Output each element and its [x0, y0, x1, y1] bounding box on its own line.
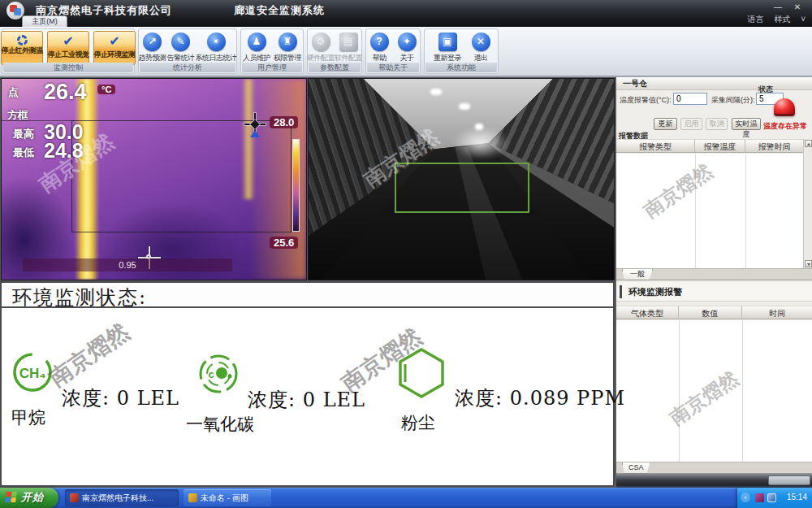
env-status-panel: 环境监测状态: CH₄ 甲烷 浓度: 0 LEL c 一氧化碳 浓度: 0 LE… — [0, 281, 615, 487]
paint-task-icon — [188, 493, 197, 502]
gas-reading: 浓度: 0.089 PPM — [455, 385, 625, 411]
thermal-point-label: 点 — [8, 85, 19, 100]
group-label-help-about: 帮助关于 — [367, 63, 419, 72]
tray-icon-1[interactable] — [755, 493, 764, 502]
trend-forecast-button[interactable]: ↗ 趋势预测 — [139, 31, 166, 63]
group-label-system-functions: 系统功能 — [425, 63, 497, 72]
close-button[interactable]: ✕ — [791, 2, 804, 12]
gear-icon: ⚙ — [312, 33, 330, 51]
ribbon-group-user-management: ♟ 人员维护 ♜ 权限管理 用户管理 — [240, 28, 304, 74]
about-button[interactable]: ✦ 关于 — [395, 31, 419, 63]
style-menu[interactable]: 样式 — [774, 15, 790, 24]
taskbar-task-paint[interactable]: 未命名 - 画图 — [184, 489, 271, 506]
thermal-camera-view[interactable]: 点 26.4 °C 方框 最高 30.0 最低 24.8 28.0 25.6 0… — [1, 78, 307, 280]
temp-alarm-label: 温度报警值(°C): — [620, 95, 672, 106]
alarm-statistics-button[interactable]: ✎ 告警统计 — [167, 31, 195, 63]
alarm-status-text: 温度存在异常 — [763, 121, 807, 132]
system-tray: ‹ 15:14 — [737, 488, 812, 508]
thermal-point-value: 26.4 — [44, 80, 87, 105]
watermark: 南京熠然 — [665, 365, 744, 431]
tray-icon-2[interactable] — [767, 493, 776, 502]
stop-infrared-button[interactable]: 停止红外测温 — [1, 31, 43, 65]
permission-manage-button[interactable]: ♜ 权限管理 — [272, 31, 303, 63]
tab-general[interactable]: 一般 — [622, 269, 653, 280]
exit-button[interactable]: ✕ 退出 — [469, 31, 493, 63]
env-status-title: 环境监测状态: — [12, 284, 147, 310]
windows-logo-icon — [5, 492, 18, 503]
infrared-ring-icon — [17, 35, 28, 46]
realtime-temp-button[interactable]: 实时温度 — [732, 118, 761, 130]
gas-reading: 浓度: 0 LEL — [62, 385, 179, 411]
personnel-maintain-button[interactable]: ♟ 人员维护 — [241, 31, 272, 63]
ribbon-group-system-functions: ▣ 重新登录 ✕ 退出 系统功能 — [424, 28, 499, 74]
monitor-icon: ▤ — [339, 33, 358, 51]
stop-industrial-video-button[interactable]: ✔ 停止工业视觉 — [47, 31, 89, 65]
stop-env-monitor-button[interactable]: ✔ 停止环境监测 — [93, 31, 136, 65]
thermal-scale-min: 25.6 — [270, 237, 298, 249]
thermal-box-label: 方框 — [7, 108, 28, 123]
status-bar-button[interactable] — [768, 475, 810, 485]
dust-hexagon-icon — [396, 346, 447, 398]
minimize-button[interactable]: — — [771, 2, 784, 12]
app-task-icon — [70, 493, 79, 502]
watermark: 南京熠然 — [639, 158, 718, 224]
tray-chevron-icon[interactable]: ‹ — [741, 493, 750, 502]
station-tab[interactable]: 一号仓 — [616, 77, 812, 90]
chevron-down-icon[interactable]: ˅ — [801, 15, 806, 24]
cancel-button[interactable]: 取消 — [706, 118, 728, 130]
thermal-color-scale — [292, 139, 300, 232]
edit-icon: ✎ — [171, 33, 190, 51]
enable-button[interactable]: 启用 — [680, 118, 702, 130]
log-icon: ✴ — [207, 33, 226, 51]
ribbon-group-parameter-config: ⚙ 硬件配置 ▤ 软件配置 参数配置 — [307, 28, 362, 74]
group-label-parameter-config: 参数配置 — [309, 63, 361, 72]
thermal-scale-max: 28.0 — [270, 116, 298, 128]
key-icon: ♜ — [279, 33, 297, 51]
bottom-tabstrip: CSA — [616, 462, 812, 474]
alarm-lamp-icon — [774, 98, 795, 116]
thermal-unit: °C — [97, 85, 115, 94]
window-icon: ▣ — [438, 33, 457, 51]
globe-icon: ✦ — [398, 33, 417, 51]
system-log-statistics-button[interactable]: ✴ 系统日志统计 — [196, 31, 237, 63]
tab-csa[interactable]: CSA — [622, 462, 650, 474]
update-button[interactable]: 更新 — [654, 118, 677, 130]
top-right-menu: 语言 样式 ˅ — [740, 14, 806, 25]
detection-rect — [395, 163, 529, 213]
taskbar-task-monitoring[interactable]: 南京熠然电子科技... — [65, 489, 179, 506]
window-title-app: 廊道安全监测系统 — [234, 3, 325, 18]
thermal-min-value: 24.8 — [44, 139, 84, 163]
group-label-monitor-control: 监测控制 — [3, 63, 133, 72]
env-status-title-bar: 环境监测状态: — [2, 283, 613, 308]
ribbon: 停止红外测温 ✔ 停止工业视觉 ✔ 停止环境监测 监测控制 ↗ 趋势预测 ✎ 告… — [0, 27, 812, 77]
group-label-statistics: 统计分析 — [140, 63, 235, 72]
software-config-button: ▤ 软件配置 — [335, 31, 362, 63]
gas-methane: CH₄ 甲烷 浓度: 0 LEL — [11, 351, 198, 441]
svg-text:CH₄: CH₄ — [19, 366, 46, 381]
taskbar: 开始 南京熠然电子科技... 未命名 - 画图 ‹ 15:14 — [0, 488, 812, 508]
temp-alarm-input[interactable] — [673, 93, 707, 105]
gas-dust: 粉尘 浓度: 0.089 PPM — [396, 346, 607, 444]
gas-reading: 浓度: 0 LEL — [248, 387, 365, 413]
title-bar: 南京熠然电子科技有限公司 廊道安全监测系统 — ✕ 主页(M) 语言 样式 ˅ — [0, 0, 812, 27]
relogin-button[interactable]: ▣ 重新登录 — [430, 31, 465, 63]
ribbon-group-monitor-control: 停止红外测温 ✔ 停止工业视觉 ✔ 停止环境监测 监测控制 — [2, 28, 135, 74]
person-icon: ♟ — [248, 33, 266, 51]
env-alarm-header: 环境监测报警 — [616, 282, 812, 302]
status-bar — [616, 474, 812, 488]
ribbon-group-help-about: ? 帮助 ✦ 关于 帮助关于 — [365, 28, 421, 74]
thermal-max-label: 最高 — [13, 127, 34, 141]
tab-home[interactable]: 主页(M) — [22, 15, 67, 27]
marker-triangle-icon — [250, 130, 260, 137]
start-button[interactable]: 开始 — [0, 488, 58, 508]
language-menu[interactable]: 语言 — [748, 15, 764, 24]
thermal-min-label: 最低 — [13, 145, 34, 160]
gas-table-body: 南京熠然 — [616, 320, 812, 462]
svg-text:c: c — [208, 368, 214, 380]
help-button[interactable]: ? 帮助 — [367, 31, 391, 63]
industrial-video-view[interactable]: 南京熠然 — [308, 78, 615, 280]
ribbon-group-statistics: ↗ 趋势预测 ✎ 告警统计 ✴ 系统日志统计 统计分析 — [138, 28, 237, 74]
alarm-table-header: 报警类型 报警温度 报警时间 — [616, 139, 804, 153]
group-label-user-management: 用户管理 — [242, 63, 302, 72]
alarm-table-scrollbar[interactable] — [803, 139, 812, 268]
